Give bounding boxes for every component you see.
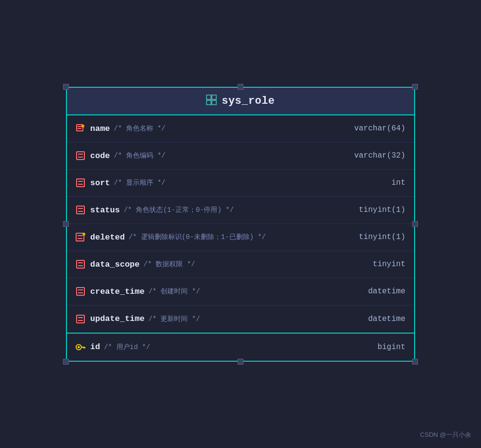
col-icon-unique xyxy=(76,124,85,133)
table-footer: id /* 用户id */ bigint xyxy=(67,334,414,361)
table-row: create_time /* 创建时间 */ datetime xyxy=(67,278,414,305)
col-icon-dot xyxy=(76,233,85,241)
col-comment: /* 数据权限 */ xyxy=(144,260,373,269)
svg-rect-0 xyxy=(207,95,211,99)
col-comment: /* 创建时间 */ xyxy=(148,287,368,296)
table-header: sys_role xyxy=(67,88,414,115)
col-icon-regular xyxy=(76,206,85,214)
diagram-wrapper: sys_role name /* 角色名称 */ varchar(64) xyxy=(66,87,415,362)
col-name: data_scope xyxy=(90,260,140,269)
table-row: code /* 角色编码 */ varchar(32) xyxy=(67,143,414,170)
col-type: varchar(32) xyxy=(354,151,405,160)
svg-rect-2 xyxy=(207,100,211,105)
table-row: sort /* 显示顺序 */ int xyxy=(67,170,414,197)
col-icon-regular xyxy=(76,315,85,323)
col-name: create_time xyxy=(90,287,144,296)
svg-rect-1 xyxy=(212,95,216,99)
col-comment: /* 角色状态(1-正常；0-停用) */ xyxy=(124,206,359,214)
svg-rect-27 xyxy=(77,315,84,323)
footer-col-name: id xyxy=(90,342,100,352)
svg-rect-24 xyxy=(77,288,84,295)
col-icon-regular xyxy=(76,178,85,187)
handle-tr[interactable] xyxy=(412,84,418,90)
svg-rect-11 xyxy=(77,179,84,187)
col-icon-regular xyxy=(76,151,85,160)
table-row: name /* 角色名称 */ varchar(64) xyxy=(67,115,414,143)
watermark: CSDN @一只小余 xyxy=(420,431,471,439)
svg-rect-3 xyxy=(212,100,216,105)
col-comment: /* 更新时间 */ xyxy=(148,315,368,323)
footer-row: id /* 用户id */ bigint xyxy=(67,334,414,361)
col-type: datetime xyxy=(368,287,405,296)
col-name: status xyxy=(90,206,120,215)
table-icon xyxy=(206,95,217,108)
col-type: varchar(64) xyxy=(354,124,405,133)
svg-rect-21 xyxy=(77,260,84,268)
primary-key-icon xyxy=(76,343,85,352)
col-name: name xyxy=(90,124,110,133)
col-name: code xyxy=(90,151,110,160)
handle-ml[interactable] xyxy=(63,221,69,227)
svg-point-7 xyxy=(81,125,84,128)
table-row: data_scope /* 数据权限 */ tinyint xyxy=(67,251,414,278)
svg-rect-8 xyxy=(77,152,84,160)
col-comment: /* 角色名称 */ xyxy=(114,124,354,133)
col-type: datetime xyxy=(368,315,405,323)
col-name: deleted xyxy=(90,233,125,242)
col-name: sort xyxy=(90,178,110,188)
col-type: tinyint(1) xyxy=(359,233,405,241)
col-icon-regular xyxy=(76,260,85,269)
handle-tm[interactable] xyxy=(238,84,243,90)
table-box: sys_role name /* 角色名称 */ varchar(64) xyxy=(66,87,415,362)
table-row: status /* 角色状态(1-正常；0-停用) */ tinyint(1) xyxy=(67,197,414,224)
svg-point-31 xyxy=(78,346,80,348)
col-type: tinyint(1) xyxy=(359,206,405,214)
table-body: name /* 角色名称 */ varchar(64) code /* 角色编码… xyxy=(67,115,414,334)
table-row: update_time /* 更新时间 */ datetime xyxy=(67,305,414,333)
handle-bl[interactable] xyxy=(63,359,69,365)
col-type: int xyxy=(391,178,405,187)
col-comment: /* 角色编码 */ xyxy=(114,151,354,160)
handle-br[interactable] xyxy=(412,359,418,365)
col-comment: /* 逻辑删除标识(0-未删除；1-已删除) */ xyxy=(128,233,359,241)
col-type: tinyint xyxy=(373,260,405,269)
footer-col-type: bigint xyxy=(377,343,405,352)
col-icon-regular xyxy=(76,287,85,296)
footer-col-comment: /* 用户id */ xyxy=(104,343,377,352)
svg-rect-14 xyxy=(77,206,84,214)
handle-mr[interactable] xyxy=(412,221,418,227)
handle-tl[interactable] xyxy=(63,84,69,90)
handle-bm[interactable] xyxy=(238,359,243,365)
svg-point-20 xyxy=(82,233,85,236)
table-row: deleted /* 逻辑删除标识(0-未删除；1-已删除) */ tinyin… xyxy=(67,224,414,251)
table-title: sys_role xyxy=(222,95,275,107)
col-name: update_time xyxy=(90,314,144,323)
col-comment: /* 显示顺序 */ xyxy=(114,178,391,187)
